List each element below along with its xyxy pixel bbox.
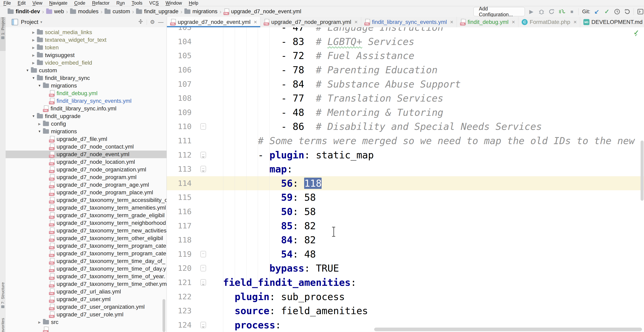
tab-development-md[interactable]: MDDEVELOPMENT.md×: [580, 17, 644, 27]
tree-row[interactable]: YMLfindit_debug.yml: [6, 90, 166, 97]
tree-row[interactable]: YMLupgrade_d7_taxonomy_term_program_cate: [6, 250, 166, 257]
fold-marker-icon[interactable]: −: [200, 251, 206, 257]
tree-row[interactable]: YMLupgrade_d7_user_role.yml: [6, 311, 166, 318]
phone-debug-icon[interactable]: [558, 8, 566, 16]
tree-row[interactable]: YMLupgrade_d7_taxonomy_term_program_cate: [6, 242, 166, 250]
tree-row[interactable]: ▼migrations: [6, 82, 166, 90]
menu-item-window[interactable]: Window: [162, 1, 186, 6]
menu-item-refactor[interactable]: Refactor: [89, 1, 113, 6]
tree-row[interactable]: ▶config: [6, 120, 166, 128]
editor-surface[interactable]: 103 - 47 # Language Instruction104 - 83 …: [167, 27, 644, 332]
tree-expand-icon[interactable]: ▶: [30, 53, 37, 57]
tree-row[interactable]: ▶social_media_links: [6, 29, 166, 36]
close-icon[interactable]: ×: [254, 19, 257, 25]
stripe-button-1-project[interactable]: 1: Project: [0, 17, 6, 51]
tab-findit_debug-yml[interactable]: YMLfindit_debug.yml×: [457, 17, 518, 27]
breadcrumb-item[interactable]: modules: [69, 9, 99, 15]
debug-icon[interactable]: [538, 8, 545, 16]
breadcrumb-item[interactable]: web: [45, 9, 65, 15]
tree-row[interactable]: YMLupgrade_d7_node_event.yml: [6, 151, 166, 158]
tab-findit_library_sync_events-yml[interactable]: YMLfindit_library_sync_events.yml×: [361, 17, 457, 27]
tree-row[interactable]: YMLupgrade_d7_taxonomy_term_other_eligib…: [6, 234, 166, 242]
tree-row[interactable]: YMLupgrade_d7_node_program_age.yml: [6, 181, 166, 189]
fold-marker-icon[interactable]: −: [200, 322, 206, 328]
close-icon[interactable]: ×: [354, 19, 358, 25]
breadcrumb-item[interactable]: findit-dev: [7, 9, 41, 15]
breadcrumb-item[interactable]: findit_upgrade: [135, 9, 179, 15]
git-rollback-icon[interactable]: [624, 8, 631, 16]
menu-item-view[interactable]: View: [29, 1, 46, 6]
tree-row[interactable]: YMLupgrade_d7_node_program_place.yml: [6, 189, 166, 196]
tree-expand-icon[interactable]: ▶: [30, 61, 37, 65]
run-icon[interactable]: ▶: [528, 8, 535, 16]
tree-row[interactable]: YMLupgrade_d7_taxonomy_term_accessibilit…: [6, 196, 166, 204]
tab-formatdate-php[interactable]: CFormatDate.php×: [518, 17, 580, 27]
tree-row[interactable]: YMLupgrade_d7_taxonomy_term_time_day_of_: [6, 257, 166, 265]
tree-row[interactable]: ▶src: [6, 318, 166, 326]
tree-row[interactable]: ▼findit_upgrade: [6, 112, 166, 120]
chevron-down-icon[interactable]: ▾: [40, 20, 42, 24]
close-icon[interactable]: ×: [512, 19, 515, 25]
collapse-all-icon[interactable]: [138, 19, 144, 26]
menu-item-file[interactable]: File: [0, 1, 14, 6]
stop-icon[interactable]: ■: [568, 8, 576, 16]
tree-row[interactable]: YMLupgrade_d7_node_location.yml: [6, 158, 166, 166]
tree-row[interactable]: YMLupgrade_d7_node_organization.yml: [6, 166, 166, 173]
add-configuration-button[interactable]: Add Configuration...: [474, 7, 525, 16]
tree-row[interactable]: YMLupgrade_d7_url_alias.yml: [6, 288, 166, 295]
close-icon[interactable]: ×: [450, 19, 453, 25]
hide-panel-icon[interactable]: —: [158, 19, 164, 25]
git-commit-icon[interactable]: ✓: [603, 8, 611, 16]
fold-marker-icon[interactable]: −: [200, 279, 206, 286]
menu-item-help[interactable]: Help: [186, 1, 202, 6]
tree-expand-icon[interactable]: ▶: [30, 31, 37, 34]
tree-collapse-icon[interactable]: ▼: [30, 76, 37, 80]
rerun-icon[interactable]: [548, 8, 555, 16]
tree-row[interactable]: YMLfindit_library_sync_events.yml: [6, 97, 166, 105]
project-tree[interactable]: ▶social_media_links▶textarea_widget_for_…: [6, 27, 167, 332]
menu-item-navigate[interactable]: Navigate: [46, 1, 71, 6]
inspections-ok-icon[interactable]: ✓✓: [634, 29, 640, 37]
tree-row[interactable]: YMLupgrade_d7_taxonomy_term_grade_eligib…: [6, 212, 166, 219]
tree-row[interactable]: ▶twigsuggest: [6, 51, 166, 59]
menu-item-code[interactable]: Code: [71, 1, 89, 6]
tree-row[interactable]: ▼findit_library_sync: [6, 74, 166, 82]
editor-vertical-scrollbar[interactable]: [640, 141, 644, 201]
tree-collapse-icon[interactable]: ▼: [36, 130, 43, 133]
tree-row[interactable]: YMLupgrade_d7_taxonomy_term_time_of_day.…: [6, 265, 166, 273]
fold-marker-icon[interactable]: −: [200, 166, 206, 172]
tree-scrollbar[interactable]: [162, 299, 165, 332]
tree-row[interactable]: YML: [6, 326, 166, 332]
tree-row[interactable]: YMLfindit_library_sync.info.yml: [6, 105, 166, 112]
tree-row[interactable]: ▼custom: [6, 67, 166, 74]
tree-row[interactable]: ▶video_embed_field: [6, 59, 166, 67]
tree-row[interactable]: ▼migrations: [6, 128, 166, 135]
menu-item-run[interactable]: Run: [113, 1, 128, 6]
fold-marker-icon[interactable]: −: [200, 265, 206, 271]
breadcrumb-item[interactable]: custom: [104, 9, 131, 15]
tree-row[interactable]: YMLupgrade_d7_taxonomy_term_new_activiti…: [6, 227, 166, 234]
menu-item-tools[interactable]: Tools: [128, 1, 146, 6]
tree-expand-icon[interactable]: ▶: [36, 122, 43, 126]
tree-collapse-icon[interactable]: ▼: [36, 84, 43, 88]
editor-horizontal-scrollbar[interactable]: [374, 327, 642, 331]
stripe-button-2-favorites[interactable]: 2: Favorites: [0, 318, 6, 332]
fold-marker-icon[interactable]: −: [200, 123, 206, 130]
stripe-button-7-structure[interactable]: 7: Structure: [0, 282, 6, 316]
git-history-icon[interactable]: [613, 8, 621, 16]
fold-marker-icon[interactable]: −: [200, 152, 206, 158]
tree-expand-icon[interactable]: ▶: [36, 320, 43, 324]
git-update-icon[interactable]: ↙: [593, 8, 600, 16]
tree-row[interactable]: YMLupgrade_d7_taxonomy_term_time_of_year…: [6, 273, 166, 280]
menu-item-vcs[interactable]: VCS: [146, 1, 162, 6]
tree-row[interactable]: YMLupgrade_d7_node_contact.yml: [6, 143, 166, 151]
menu-item-edit[interactable]: Edit: [14, 1, 29, 6]
tree-row[interactable]: YMLupgrade_d7_file.yml: [6, 135, 166, 143]
breadcrumb-item[interactable]: YMLupgrade_d7_node_event.yml: [223, 9, 302, 15]
tree-row[interactable]: YMLupgrade_d7_taxonomy_term_amenities.ym…: [6, 204, 166, 212]
tree-row[interactable]: YMLupgrade_d7_node_program.yml: [6, 173, 166, 181]
tree-collapse-icon[interactable]: ▼: [30, 114, 37, 118]
terminal-icon[interactable]: [636, 8, 644, 16]
gear-icon[interactable]: ⚙: [150, 19, 155, 25]
breadcrumb-item[interactable]: migrations: [184, 9, 218, 15]
